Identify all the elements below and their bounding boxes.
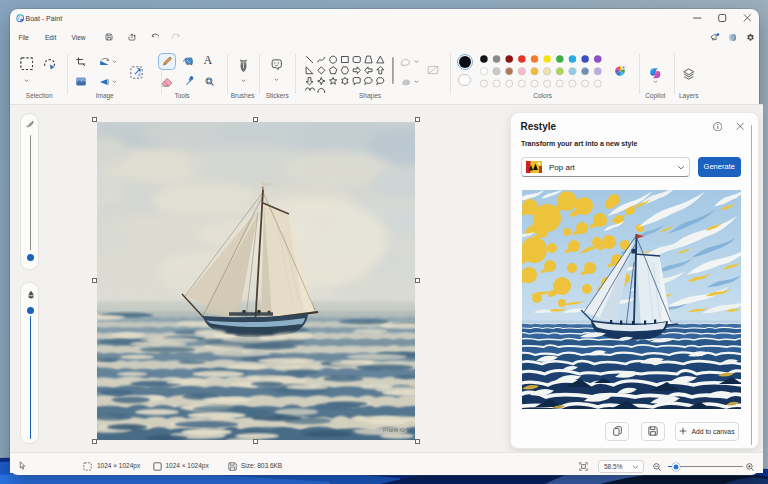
svg-text:Frank G: Frank G [383,427,405,433]
